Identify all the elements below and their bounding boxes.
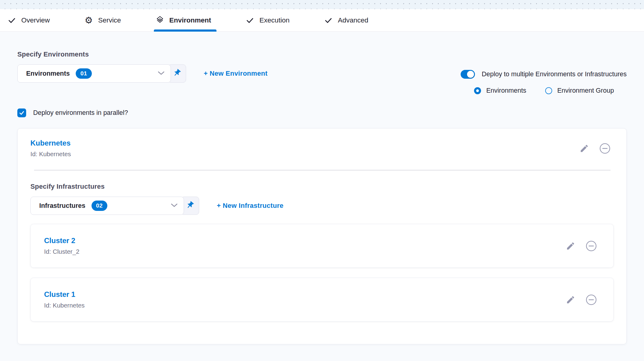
infrastructures-dropdown[interactable]: Infrastructures 02: [30, 197, 184, 215]
specify-environments-heading: Specify Environments: [17, 50, 268, 58]
environments-dropdown[interactable]: Environments 01: [17, 64, 171, 83]
deploy-parallel-checkbox[interactable]: [17, 108, 26, 117]
minus-circle-icon: [599, 143, 611, 154]
new-infrastructure-button[interactable]: + New Infrastructure: [217, 202, 283, 210]
card-divider: [34, 170, 611, 170]
pin-icon: [173, 69, 181, 78]
deploy-multiple-toggle[interactable]: [461, 70, 475, 79]
environments-dropdown-label: Environments: [26, 70, 70, 77]
radio-environments[interactable]: Environments: [474, 87, 526, 95]
infrastructures-dropdown-label: Infrastructures: [39, 202, 85, 210]
radio-unselected-icon: [545, 87, 552, 94]
pencil-icon: [566, 241, 575, 251]
tab-label: Overview: [21, 16, 50, 24]
check-icon: [7, 15, 17, 25]
new-environment-button[interactable]: + New Environment: [204, 70, 268, 77]
infrastructure-id: Id: Kubernetes: [44, 302, 85, 309]
edit-infrastructure-button[interactable]: [566, 295, 575, 304]
radio-environment-group[interactable]: Environment Group: [545, 87, 614, 95]
edit-infrastructure-button[interactable]: [566, 241, 575, 251]
edit-environment-button[interactable]: [580, 144, 589, 153]
remove-infrastructure-button[interactable]: [586, 294, 597, 305]
tab-execution[interactable]: Execution: [245, 9, 289, 31]
remove-infrastructure-button[interactable]: [586, 240, 597, 252]
infrastructure-id: Id: Cluster_2: [44, 248, 79, 255]
dotted-canvas-band: [0, 0, 644, 9]
infrastructure-row-cluster-1: Cluster 1 Id: Kubernetes: [30, 278, 614, 321]
minus-circle-icon: [586, 294, 597, 305]
environment-name-link[interactable]: Kubernetes: [30, 139, 71, 147]
tab-advanced[interactable]: Advanced: [324, 9, 368, 31]
check-icon: [245, 15, 255, 25]
check-icon: [324, 15, 333, 25]
environment-row-kubernetes: Kubernetes Id: Kubernetes: [30, 139, 614, 158]
environment-id: Id: Kubernetes: [30, 150, 71, 158]
remove-environment-button[interactable]: [599, 143, 611, 154]
infrastructure-name-link[interactable]: Cluster 1: [44, 290, 85, 299]
gear-icon: ⚙: [84, 15, 94, 25]
chevron-down-icon: [158, 71, 164, 76]
infrastructures-count-badge: 02: [92, 201, 107, 211]
stage-tabbar: Overview ⚙ Service Environment Execution: [0, 9, 644, 32]
environments-select-control: Environments 01: [17, 64, 186, 83]
tab-label: Service: [98, 16, 121, 24]
environment-tab-content: Specify Environments Environments 01: [0, 50, 644, 344]
infrastructures-select-control: Infrastructures 02: [30, 197, 199, 215]
infrastructure-row-cluster-2: Cluster 2 Id: Cluster_2: [30, 224, 614, 268]
specify-infrastructures-heading: Specify Infrastructures: [30, 183, 614, 191]
checkmark-icon: [19, 110, 25, 116]
pencil-icon: [566, 295, 575, 304]
pin-icon: [186, 201, 194, 211]
tab-label: Advanced: [338, 16, 368, 24]
deploy-parallel-label: Deploy environments in parallel?: [33, 109, 128, 117]
pipeline-stage-screen: Overview ⚙ Service Environment Execution: [0, 0, 644, 361]
minus-circle-icon: [586, 240, 597, 252]
tab-overview[interactable]: Overview: [7, 9, 50, 31]
infrastructure-name-link[interactable]: Cluster 2: [44, 236, 79, 245]
toggle-knob: [467, 71, 474, 78]
pencil-icon: [580, 144, 589, 153]
environments-count-badge: 01: [76, 68, 92, 79]
tab-label: Execution: [259, 16, 289, 24]
tab-label: Environment: [169, 16, 211, 24]
environment-layers-icon: [155, 15, 165, 25]
radio-selected-icon: [474, 87, 481, 94]
tab-service[interactable]: ⚙ Service: [84, 9, 121, 31]
chevron-down-icon: [171, 203, 178, 208]
environment-card: Kubernetes Id: Kubernetes Specify Infras…: [17, 128, 627, 344]
tab-environment[interactable]: Environment: [155, 9, 211, 31]
deploy-multiple-label: Deploy to multiple Environments or Infra…: [482, 70, 627, 78]
